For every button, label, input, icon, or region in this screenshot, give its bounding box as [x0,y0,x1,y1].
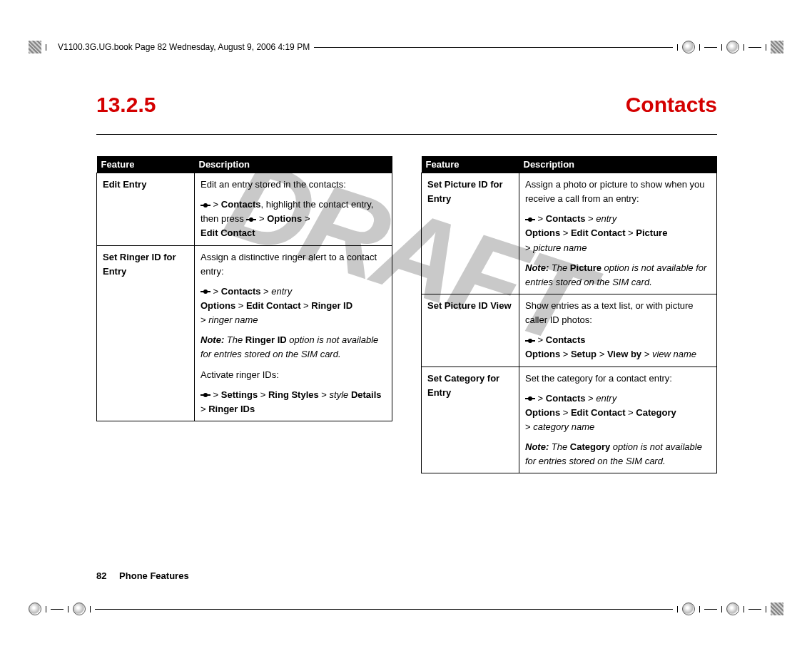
table-row: Set Picture ID for Entry Assign a photo … [422,173,717,294]
nav-key-icon [525,216,535,223]
feature-name: Edit Entry [97,173,195,246]
table-row: Set Category for Entry Set the category … [422,367,717,473]
feature-description: Edit an entry stored in the contacts: > … [195,173,392,246]
document-header-meta: V1100.3G.UG.book Page 82 Wednesday, Augu… [58,42,310,52]
register-mark-icon [29,41,41,53]
bottom-registration-bar [29,598,783,620]
section-heading: 13.2.5 Contacts [96,93,717,117]
register-mark-icon [771,41,783,53]
register-circle-icon [726,41,739,53]
col-header-feature: Feature [97,156,195,173]
nav-key-icon [201,288,210,295]
feature-name: Set Category for Entry [422,367,519,473]
feature-description: Assign a photo or picture to show when y… [519,173,717,294]
features-table-left: Feature Description Edit Entry Edit an e… [96,156,392,421]
page-number: 82 [96,570,106,581]
nav-key-icon [201,391,210,399]
feature-description: Set the category for a contact entry: > … [519,367,717,473]
register-circle-icon [682,603,695,615]
top-registration-bar: V1100.3G.UG.book Page 82 Wednesday, Augu… [29,36,783,58]
register-circle-icon [29,603,41,615]
feature-description: Show entries as a text list, or with pic… [519,294,717,367]
feature-name: Set Ringer ID for Entry [97,245,195,421]
table-row: Set Picture ID View Show entries as a te… [422,294,717,367]
col-header-feature: Feature [422,156,519,173]
nav-key-icon [525,395,535,402]
feature-description: Assign a distinctive ringer alert to a c… [195,245,392,421]
section-number: 13.2.5 [96,93,156,117]
register-circle-icon [682,41,695,53]
col-header-description: Description [195,156,392,173]
register-mark-icon [771,603,783,615]
features-table-right: Feature Description Set Picture ID for E… [421,156,717,473]
table-row: Set Ringer ID for Entry Assign a distinc… [97,245,392,421]
page-footer: 82 Phone Features [96,570,189,581]
nav-key-icon [525,337,535,344]
feature-name: Set Picture ID View [422,294,519,367]
col-header-description: Description [519,156,717,173]
section-title: Contacts [626,93,717,117]
register-circle-icon [726,603,739,615]
nav-key-icon [201,202,210,209]
chapter-title: Phone Features [119,570,189,581]
nav-key-icon [246,216,256,223]
register-circle-icon [73,603,86,615]
table-row: Edit Entry Edit an entry stored in the c… [97,173,392,246]
feature-name: Set Picture ID for Entry [422,173,519,294]
